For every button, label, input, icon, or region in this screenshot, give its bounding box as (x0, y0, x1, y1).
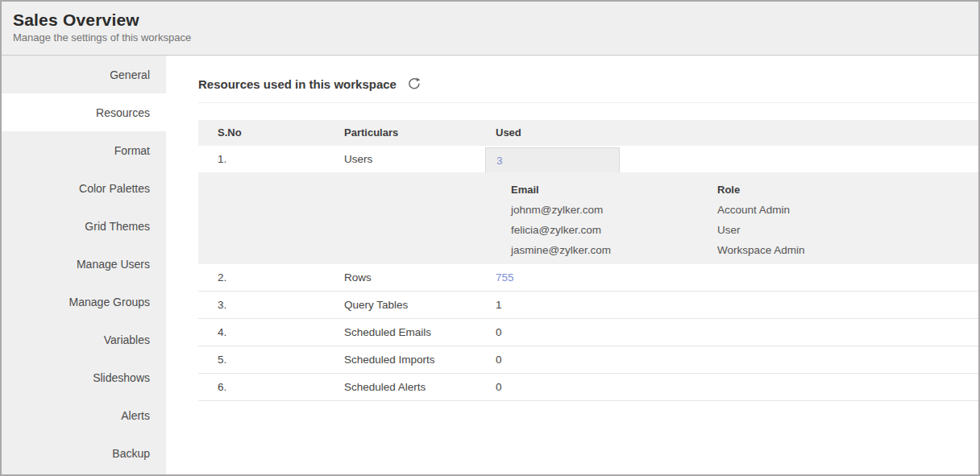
column-header-particulars: Particulars (344, 120, 496, 146)
section-head: Resources used in this workspace (198, 77, 978, 91)
cell-used: 0 (496, 374, 978, 400)
table-row-scheduled-alerts: 6. Scheduled Alerts 0 (198, 374, 978, 401)
sidebar-item-manage-users[interactable]: Manage Users (2, 245, 166, 283)
cell-particulars: Query Tables (344, 292, 496, 318)
cell-used: 0 (496, 346, 978, 373)
users-count-link[interactable]: 3 (496, 155, 503, 167)
section-title: Resources used in this workspace (198, 77, 397, 91)
sidebar-item-general[interactable]: General (2, 56, 166, 93)
users-detail-panel: Email johnm@zylker.com felicia@zylker.co… (198, 172, 978, 264)
detail-role-column: Role Account Admin User Workspace Admin (717, 180, 978, 264)
sidebar-item-backup[interactable]: Backup (2, 434, 166, 472)
sidebar-item-resources[interactable]: Resources (2, 93, 166, 131)
detail-email-value: johnm@zylker.com (511, 200, 717, 220)
page-header: Sales Overview Manage the settings of th… (2, 2, 978, 56)
column-header-sno: S.No (198, 120, 344, 146)
page-subtitle: Manage the settings of this workspace (13, 31, 978, 43)
cell-sno: 6. (198, 374, 344, 400)
cell-particulars: Scheduled Emails (344, 319, 496, 346)
resources-table: S.No Particulars Used 1. Users 3 Emai (198, 120, 978, 401)
refresh-icon[interactable] (407, 77, 421, 91)
sidebar-item-manage-groups[interactable]: Manage Groups (2, 283, 166, 321)
table-row-users: 1. Users 3 (198, 146, 978, 172)
sidebar-item-format[interactable]: Format (2, 131, 166, 169)
users-count-tab[interactable]: 3 (485, 147, 620, 172)
detail-role-value: Workspace Admin (717, 240, 978, 260)
cell-used: 755 (496, 264, 978, 291)
detail-email-value: jasmine@zylker.com (511, 240, 717, 260)
cell-particulars: Scheduled Alerts (344, 374, 496, 400)
sidebar-item-slideshows[interactable]: Slideshows (2, 358, 166, 396)
sidebar-item-alerts[interactable]: Alerts (2, 396, 166, 434)
cell-used: 1 (496, 292, 978, 318)
cell-particulars: Scheduled Imports (344, 346, 496, 373)
cell-used: 3 (496, 146, 978, 172)
table-row-query-tables: 3. Query Tables 1 (198, 292, 978, 319)
cell-sno: 4. (198, 319, 344, 346)
column-header-used: Used (496, 120, 978, 146)
section-divider (198, 102, 978, 103)
table-row-rows: 2. Rows 755 (198, 264, 978, 292)
detail-email-value: felicia@zylker.com (511, 220, 717, 240)
cell-particulars: Rows (344, 264, 496, 291)
page-title: Sales Overview (13, 10, 978, 30)
table-row-scheduled-imports: 5. Scheduled Imports 0 (198, 346, 978, 374)
cell-sno: 3. (198, 292, 344, 318)
body-row: General Resources Format Color Palettes … (2, 56, 978, 474)
detail-header-email: Email (511, 180, 717, 200)
table-row-scheduled-emails: 4. Scheduled Emails 0 (198, 319, 978, 346)
rows-count-link[interactable]: 755 (496, 271, 514, 284)
sidebar-item-variables[interactable]: Variables (2, 321, 166, 358)
cell-sno: 1. (198, 146, 344, 172)
cell-used: 0 (496, 319, 978, 346)
cell-sno: 5. (198, 346, 344, 373)
detail-header-role: Role (717, 180, 978, 200)
detail-role-value: User (717, 220, 978, 240)
sidebar-item-color-palettes[interactable]: Color Palettes (2, 169, 166, 207)
table-header-row: S.No Particulars Used (198, 120, 978, 146)
sidebar-item-grid-themes[interactable]: Grid Themes (2, 207, 166, 245)
cell-sno: 2. (198, 264, 344, 291)
workspace-settings-page: Sales Overview Manage the settings of th… (2, 2, 978, 474)
detail-email-column: Email johnm@zylker.com felicia@zylker.co… (511, 180, 717, 264)
settings-sidebar: General Resources Format Color Palettes … (2, 56, 166, 474)
detail-role-value: Account Admin (717, 200, 978, 220)
resources-content: Resources used in this workspace S.No Pa… (166, 56, 978, 474)
cell-particulars: Users (344, 146, 496, 172)
